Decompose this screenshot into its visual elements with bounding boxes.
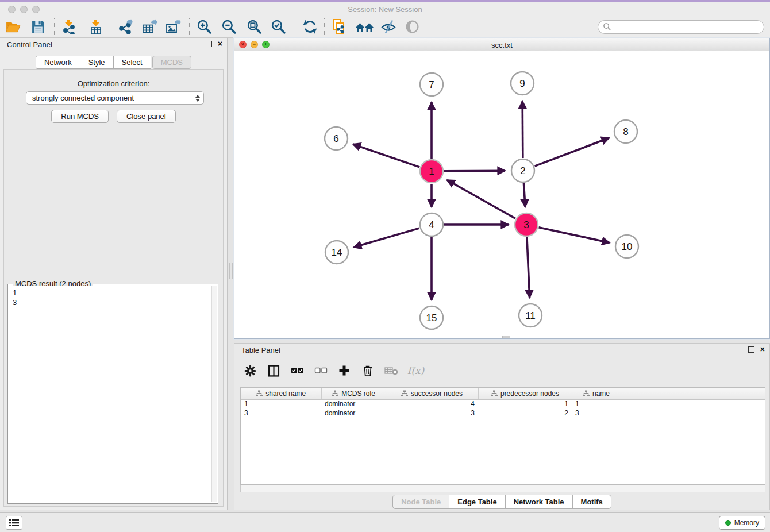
hide-selected-icon[interactable]: [380, 19, 396, 35]
result-item[interactable]: 3: [13, 298, 207, 307]
tab-network-table[interactable]: Network Table: [506, 495, 573, 509]
node-label: 11: [525, 310, 536, 321]
run-mcds-button[interactable]: Run MCDS: [51, 110, 109, 123]
network-window-titlebar[interactable]: × − + scc.txt: [234, 38, 769, 51]
node-label: 3: [523, 219, 529, 230]
tab-node-table[interactable]: Node Table: [392, 495, 449, 509]
tab-motifs[interactable]: Motifs: [573, 495, 611, 509]
delete-table-icon[interactable]: [384, 363, 399, 378]
deselect-all-icon[interactable]: [313, 363, 328, 378]
delete-column-icon[interactable]: [360, 363, 375, 378]
hierarchy-icon: [583, 390, 590, 397]
window-title: Session: New Session: [0, 5, 770, 14]
close-table-panel-icon[interactable]: ×: [760, 346, 765, 353]
hierarchy-icon: [491, 390, 498, 397]
table-row[interactable]: 3dominator323: [241, 408, 765, 418]
table-cell[interactable]: 2: [478, 408, 572, 418]
export-image-icon[interactable]: [165, 19, 181, 35]
node-table[interactable]: shared nameMCDS rolesuccessor nodesprede…: [240, 387, 765, 485]
memory-status-icon: [725, 520, 731, 526]
table-horizontal-scrollbar[interactable]: [240, 485, 765, 492]
search-icon: [603, 22, 611, 31]
show-all-icon[interactable]: [404, 19, 420, 35]
edge-3-1[interactable]: [447, 180, 515, 218]
float-table-panel-icon[interactable]: [748, 346, 754, 353]
export-network-icon[interactable]: [117, 19, 133, 35]
add-column-icon[interactable]: [337, 363, 352, 378]
tab-style[interactable]: Style: [80, 56, 114, 69]
table-cell[interactable]: 3: [241, 408, 321, 418]
tab-mcds[interactable]: MCDS: [152, 56, 191, 69]
table-cell[interactable]: 3: [386, 408, 478, 418]
optimization-criterion-select[interactable]: strongly connected component: [26, 91, 204, 105]
toolbar-separator: [189, 18, 190, 36]
import-table-icon[interactable]: [88, 19, 104, 35]
optimization-criterion-label: Optimization criterion:: [4, 79, 223, 88]
float-panel-icon[interactable]: [206, 41, 212, 47]
table-cell[interactable]: 1: [241, 399, 321, 408]
edge-1-6[interactable]: [353, 144, 419, 167]
zoom-fit-icon[interactable]: [246, 19, 262, 35]
column-header-successor-nodes[interactable]: successor nodes: [386, 388, 478, 399]
tab-select[interactable]: Select: [114, 56, 151, 69]
table-panel-title: Table Panel: [241, 346, 280, 354]
result-item[interactable]: 1: [13, 288, 207, 298]
task-history-button[interactable]: [6, 516, 22, 530]
column-header-predecessor-nodes[interactable]: predecessor nodes: [478, 388, 572, 399]
panel-divider-handle[interactable]: [229, 263, 233, 279]
table-cell[interactable]: 3: [572, 408, 621, 418]
table-cell[interactable]: dominator: [321, 408, 386, 418]
edge-3-11[interactable]: [527, 237, 530, 298]
zoom-out-icon[interactable]: [221, 19, 237, 35]
table-cell[interactable]: 1: [478, 399, 572, 408]
node-label: 15: [426, 313, 437, 323]
node-label: 1: [429, 166, 434, 177]
network-canvas[interactable]: 7968124314101511: [234, 51, 769, 338]
hierarchy-icon: [401, 390, 408, 397]
control-panel: Control Panel × NetworkStyleSelectMCDS O…: [0, 38, 228, 510]
result-scrollbar[interactable]: [211, 286, 217, 502]
edge-2-3[interactable]: [523, 183, 525, 207]
column-header-name[interactable]: name: [572, 388, 621, 399]
toolbar-separator: [54, 18, 55, 36]
function-builder-icon[interactable]: f(x): [407, 363, 424, 378]
search-input[interactable]: [611, 23, 759, 31]
column-header-MCDS-role[interactable]: MCDS role: [321, 388, 386, 399]
select-all-icon[interactable]: [290, 363, 305, 378]
apply-layout-icon[interactable]: [302, 19, 318, 35]
export-table-icon[interactable]: [141, 19, 157, 35]
app-titlebar: Session: New Session: [0, 0, 770, 16]
column-visibility-icon[interactable]: [266, 363, 281, 378]
table-cell[interactable]: 1: [572, 399, 621, 408]
column-header-shared-name[interactable]: shared name: [241, 388, 321, 399]
open-session-icon[interactable]: [5, 19, 21, 35]
memory-button[interactable]: Memory: [719, 516, 765, 530]
edge-4-14[interactable]: [354, 228, 419, 247]
node-label: 2: [520, 165, 525, 176]
tab-network[interactable]: Network: [36, 56, 80, 69]
node-label: 8: [623, 126, 628, 137]
control-panel-header: Control Panel ×: [0, 38, 227, 52]
close-panel-icon[interactable]: ×: [218, 41, 222, 47]
first-neighbors-icon[interactable]: [355, 19, 374, 35]
network-view-window: × − + scc.txt 7968124314101511: [234, 38, 770, 339]
clone-network-icon[interactable]: [331, 19, 347, 35]
zoom-selected-icon[interactable]: [270, 19, 286, 35]
table-cell[interactable]: 4: [386, 399, 478, 408]
table-row[interactable]: 1dominator411: [241, 399, 765, 408]
edge-3-10[interactable]: [538, 228, 609, 243]
table-cell[interactable]: dominator: [321, 399, 386, 408]
save-session-icon[interactable]: [30, 19, 46, 35]
search-box[interactable]: [598, 20, 764, 34]
tab-edge-table[interactable]: Edge Table: [449, 495, 505, 509]
edge-2-8[interactable]: [535, 138, 609, 166]
edge-2-9[interactable]: [522, 101, 523, 158]
zoom-in-icon[interactable]: [196, 19, 212, 35]
split-handle[interactable]: [502, 336, 510, 338]
edge-1-2[interactable]: [444, 171, 505, 171]
import-network-icon[interactable]: [61, 19, 77, 35]
mcds-result-list[interactable]: 13: [9, 286, 211, 502]
node-label: 7: [429, 79, 434, 90]
close-panel-button[interactable]: Close panel: [117, 110, 176, 123]
table-settings-icon[interactable]: [242, 363, 257, 378]
